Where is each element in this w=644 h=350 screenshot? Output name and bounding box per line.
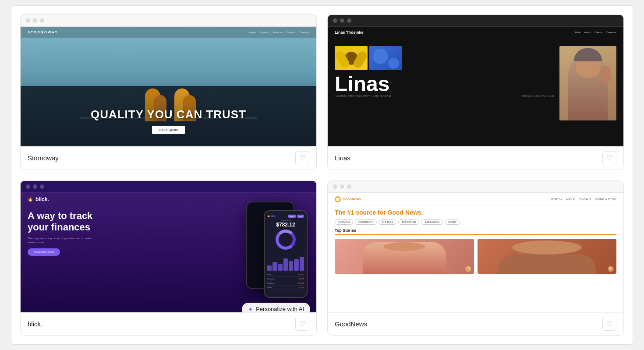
- tag-innovation: INNOVATION: [421, 219, 442, 225]
- stornoway-cta-btn[interactable]: Get a Quote: [152, 126, 185, 134]
- tag-education: EDUCATION: [398, 219, 419, 225]
- goodnews-nav: GoodNews TOPICS ▾ ABOUT CONTACT SUBMIT A…: [335, 196, 616, 205]
- stornoway-preview[interactable]: STORNOWAY About Projects Services Career…: [21, 15, 316, 146]
- linas-footer: Linas ♡: [328, 146, 623, 170]
- bar-1: [267, 265, 272, 271]
- blick-cta-button[interactable]: Download now: [28, 248, 60, 256]
- tag-community: COMMUNITY: [355, 219, 377, 225]
- story-image-1: 🙂: [335, 239, 474, 274]
- browser-bar-blick: [21, 181, 316, 193]
- nav-clients: Clients: [594, 31, 602, 34]
- linas-preview[interactable]: Linas Thoemke Work About Clients Contact…: [328, 15, 623, 146]
- goodnews-section-title: Top Stories: [335, 228, 616, 233]
- browser-dot-1: [333, 184, 337, 189]
- browser-bar-goodnews: [328, 181, 623, 193]
- goodnews-favorite-button[interactable]: ♡: [602, 317, 616, 331]
- linas-subtitle-left: FASHION PHOTOGRAPHY | AMSTERDAM: [335, 95, 391, 97]
- bar-5: [289, 261, 293, 271]
- browser-dot-3: [40, 18, 44, 23]
- goodnews-tags: ACTIVISM COMMUNITY CULTURE EDUCATION INN…: [335, 219, 616, 225]
- goodnews-story-images: 🙂 🙂: [335, 239, 616, 274]
- nav-careers: Careers: [286, 31, 295, 34]
- phone-expense-groceries: Groceries -$58.00: [267, 277, 304, 281]
- story-image-2: 🙂: [478, 239, 617, 274]
- blick-favorite-button[interactable]: ♡: [295, 317, 309, 331]
- personalize-ai-badge[interactable]: ✦ Personalize with AI: [242, 303, 310, 312]
- stornoway-nav-links: About Projects Services Careers Contacts: [249, 31, 309, 34]
- phone-tab-2: Year: [297, 215, 304, 218]
- browser-dot-3: [347, 18, 351, 23]
- stornoway-favorite-button[interactable]: ♡: [295, 151, 309, 165]
- phone-header: 🔥 blick. Month Year: [267, 215, 304, 218]
- browser-dot-2: [340, 184, 344, 189]
- nav-about: About: [584, 31, 591, 34]
- stornoway-footer: Stornoway ♡: [21, 146, 316, 170]
- blick-preview[interactable]: 🔥 blick. A way to track your finances Th…: [21, 181, 316, 312]
- blick-name: blick.: [28, 320, 42, 328]
- blick-nav: 🔥 blick.: [28, 196, 49, 202]
- bar-2: [272, 262, 277, 271]
- nav-topics: TOPICS ▾: [551, 198, 563, 201]
- goodnews-name: GoodNews: [335, 320, 367, 328]
- nav-contacts: Contacts: [606, 31, 616, 34]
- stornoway-hero-title: QUALITY YOU CAN TRUST: [21, 108, 316, 121]
- phone-tab-1: Month: [288, 215, 296, 218]
- goodnews-underline: [335, 234, 616, 235]
- linas-favorite-button[interactable]: ♡: [602, 151, 616, 165]
- browser-dot-1: [26, 184, 30, 189]
- goodnews-preview[interactable]: GoodNews TOPICS ▾ ABOUT CONTACT SUBMIT A…: [328, 181, 623, 312]
- goodnews-icon-inner: [336, 198, 340, 201]
- card-blick: 🔥 blick. A way to track your finances Th…: [20, 180, 317, 336]
- bar-6: [294, 259, 298, 271]
- personalize-text: Personalize with AI: [256, 306, 304, 312]
- goodnews-footer: GoodNews ♡: [328, 312, 623, 336]
- browser-dot-2: [33, 18, 37, 23]
- browser-dot-2: [340, 18, 344, 23]
- nav-contact: CONTACT: [579, 198, 591, 201]
- stornoway-logo: STORNOWAY: [28, 30, 58, 34]
- card-stornoway: STORNOWAY About Projects Services Career…: [20, 14, 317, 170]
- phone-expense-clothing: Clothing -$262.86: [267, 281, 304, 286]
- browser-dot-3: [347, 184, 351, 189]
- phone-expense-netflix: Netflix -$17.99: [267, 286, 304, 290]
- linas-nav-links: Work About Clients Contacts: [574, 31, 616, 34]
- blick-logo: blick.: [35, 196, 49, 202]
- headline-prefix: The: [335, 209, 347, 216]
- nav-about: About: [249, 31, 256, 34]
- phone-balance-amount: $782.12: [267, 222, 304, 228]
- nav-submit: SUBMIT A STORY: [594, 198, 616, 201]
- phone-bar-chart: [267, 253, 304, 271]
- browser-bar-stornoway: [21, 15, 316, 27]
- goodnews-logo-text: GoodNews: [343, 197, 361, 201]
- browser-dot-1: [333, 18, 337, 23]
- tag-culture: CULTURE: [379, 219, 397, 225]
- linas-nav: Linas Thoemke Work About Clients Contact…: [328, 27, 623, 38]
- bar-3: [278, 264, 283, 271]
- goodnews-headline: The #1 source for Good News.: [335, 209, 616, 216]
- headline-suffix: source for Good News.: [354, 209, 423, 216]
- goodnews-logo: GoodNews: [335, 196, 361, 202]
- stornoway-nav: STORNOWAY About Projects Services Career…: [21, 27, 316, 38]
- goodnews-nav-links: TOPICS ▾ ABOUT CONTACT SUBMIT A STORY: [551, 198, 616, 201]
- bar-4: [283, 258, 288, 271]
- browser-bar-linas: [328, 15, 623, 27]
- template-gallery: STORNOWAY About Projects Services Career…: [11, 5, 633, 345]
- nav-about: ABOUT: [566, 198, 575, 201]
- phone-donut-chart: [276, 230, 296, 250]
- nav-services: Services: [272, 31, 283, 34]
- phone-logo: 🔥 blick.: [267, 215, 276, 217]
- card-goodnews: GoodNews TOPICS ▾ ABOUT CONTACT SUBMIT A…: [327, 180, 624, 336]
- linas-logo: Linas Thoemke: [335, 30, 364, 35]
- phone-screen: 🔥 blick. Month Year Total Balance $782.1…: [265, 211, 307, 297]
- tag-activism: ACTIVISM: [335, 219, 353, 225]
- phone-expense-food: Food -$120.21: [267, 272, 304, 277]
- headline-highlight: #1: [347, 209, 354, 216]
- goodnews-logo-icon: [335, 196, 341, 202]
- phone-front: 🔥 blick. Month Year Total Balance $782.1…: [264, 210, 308, 298]
- nav-contacts: Contacts: [299, 31, 309, 34]
- phone-mockup: 🔥 blick. Month Year Total Balance $782.1…: [237, 202, 308, 312]
- phone-balance-section: Total Balance $782.12: [267, 219, 304, 228]
- nav-projects: Projects: [259, 31, 269, 34]
- linas-subtitle-right: THOEMKE@LINAS.COM: [522, 95, 554, 97]
- blick-hero-text: A way to track your finances The easy wa…: [28, 210, 106, 256]
